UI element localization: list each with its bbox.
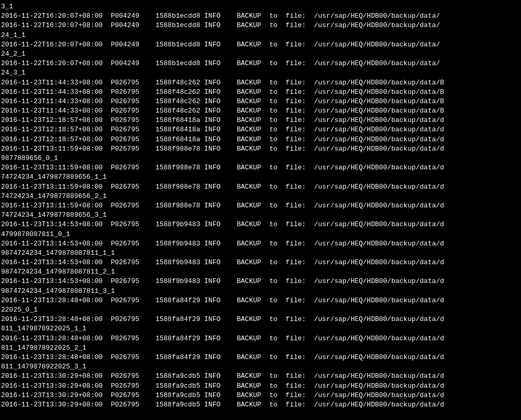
log-line: 2016-11-23T13:30:29+08:00 P026795 1588fa…: [1, 400, 520, 410]
log-line: 2016-11-23T12:18:57+08:00 P026795 1588f6…: [1, 125, 520, 134]
log-line: 2016-11-23T13:11:59+08:00 P026795 1588f9…: [1, 201, 520, 211]
log-line: 2016-11-23T13:28:48+08:00 P026795 1588fa…: [1, 353, 520, 362]
log-line: 3_1: [1, 2, 520, 11]
log-line: 2016-11-22T16:20:07+08:00 P004249 1588b1…: [1, 40, 520, 50]
log-line: 24_1_1: [1, 31, 520, 40]
prompt-line: heqadm@ECQ:/usr/sap/HEQ/HDB00/eccqas/tra…: [1, 410, 520, 420]
log-line: 2016-11-23T13:30:29+08:00 P026795 1588fa…: [1, 372, 520, 381]
log-line: 9874724234_1479878087811_1_1: [1, 249, 520, 258]
log-line: 9877889656_0_1: [1, 154, 520, 163]
log-line: 811_1479878922025_2_1: [1, 343, 520, 353]
log-line: 2016-11-23T11:44:33+08:00 P026795 1588f4…: [1, 106, 520, 116]
log-line: 811_1479878922025_1_1: [1, 324, 520, 333]
log-line: 2016-11-22T16:20:07+08:00 P004249 1588b1…: [1, 59, 520, 68]
log-line: 2016-11-23T12:18:57+08:00 P026795 1588f6…: [1, 116, 520, 125]
log-line: 2016-11-22T16:20:07+08:00 P004249 1588b1…: [1, 21, 520, 30]
log-line: 2016-11-23T13:28:48+08:00 P026795 1588fa…: [1, 334, 520, 343]
log-line: 2016-11-23T13:28:48+08:00 P026795 1588fa…: [1, 296, 520, 305]
log-line: 2016-11-23T13:11:59+08:00 P026795 1588f9…: [1, 182, 520, 192]
log-line: 811_1479878922025_3_1: [1, 362, 520, 372]
log-line: 2016-11-23T13:28:48+08:00 P026795 1588fa…: [1, 315, 520, 324]
log-line: 74724234_1479877889656_2_1: [1, 192, 520, 201]
log-line: 9874724234_1479878087811_3_1: [1, 287, 520, 296]
log-line: 74724234_1479877889656_3_1: [1, 211, 520, 220]
log-line: 2016-11-22T16:20:07+08:00 P004249 1588b1…: [1, 11, 520, 21]
log-line: 2016-11-23T13:11:59+08:00 P026795 1588f9…: [1, 144, 520, 154]
log-line: 24_2_1: [1, 50, 520, 59]
log-line: 2016-11-23T13:14:53+08:00 P026795 1588f9…: [1, 220, 520, 229]
log-line: 2016-11-23T13:14:53+08:00 P026795 1588f9…: [1, 258, 520, 267]
log-line: 2016-11-23T13:14:53+08:00 P026795 1588f9…: [1, 239, 520, 249]
terminal: 3_12016-11-22T16:20:07+08:00 P004249 158…: [0, 0, 521, 420]
log-line: 2016-11-23T11:44:33+08:00 P026795 1588f4…: [1, 97, 520, 106]
log-line: 2016-11-23T13:30:29+08:00 P026795 1588fa…: [1, 391, 520, 400]
log-line: 22025_0_1: [1, 305, 520, 315]
log-line: 2016-11-23T11:44:33+08:00 P026795 1588f4…: [1, 78, 520, 88]
log-line: 2016-11-23T11:44:33+08:00 P026795 1588f4…: [1, 88, 520, 97]
log-line: 2016-11-23T13:30:29+08:00 P026795 1588fa…: [1, 381, 520, 391]
log-line: 74724234_1479877889656_1_1: [1, 172, 520, 182]
log-line: 2016-11-23T13:11:59+08:00 P026795 1588f9…: [1, 163, 520, 172]
log-line: 2016-11-23T13:14:53+08:00 P026795 1588f9…: [1, 277, 520, 286]
log-line: 9874724234_1479878087811_2_1: [1, 267, 520, 277]
log-container: 3_12016-11-22T16:20:07+08:00 P004249 158…: [1, 2, 520, 410]
log-line: 24_3_1: [1, 68, 520, 78]
log-line: 2016-11-23T12:18:57+08:00 P026795 1588f6…: [1, 135, 520, 144]
log-line: 4799878087811_0_1: [1, 230, 520, 239]
